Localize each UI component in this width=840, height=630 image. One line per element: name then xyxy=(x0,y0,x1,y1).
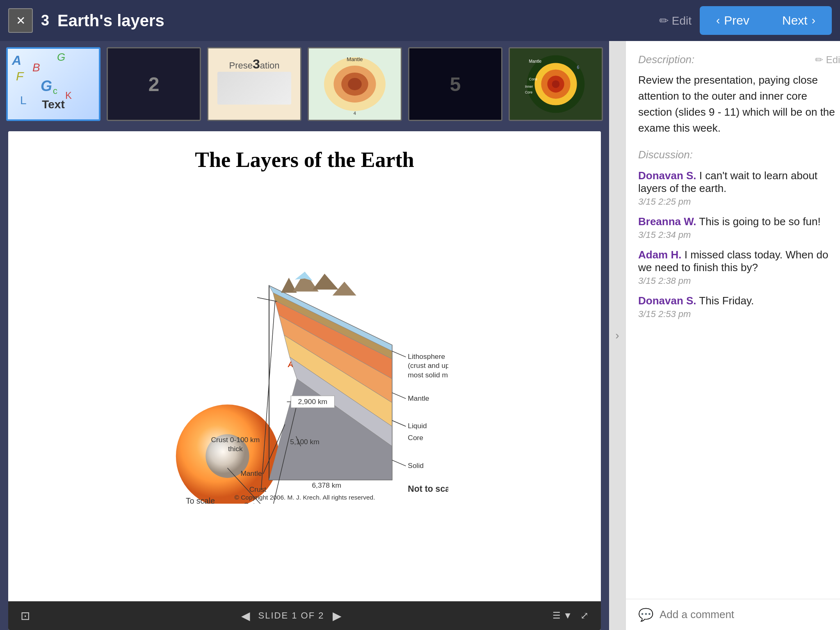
edit-button[interactable]: ✏ Edit xyxy=(659,14,692,27)
thumbnail-1[interactable]: A B G F G K L c Text xyxy=(6,47,100,121)
svg-text:Solid: Solid xyxy=(408,461,424,470)
svg-text:Mantle: Mantle xyxy=(240,469,262,477)
slide-controls-right: ☰ ▼ ⤢ xyxy=(552,610,589,621)
svg-text:Lithosphere: Lithosphere xyxy=(408,352,445,361)
thumbnail-2[interactable]: 2 xyxy=(107,47,201,121)
slide-title: The Layers of the Earth xyxy=(195,148,414,172)
svg-text:6: 6 xyxy=(577,65,580,70)
description-header: Description: ✏ Edit xyxy=(638,53,840,66)
nav-buttons: ‹ Prev Next › xyxy=(700,6,832,35)
svg-marker-23 xyxy=(313,274,338,290)
comment-4-time: 3/15 2:53 pm xyxy=(638,309,840,320)
close-button[interactable]: ✕ xyxy=(8,8,33,33)
right-panel: Description: ✏ Edit Review the presentat… xyxy=(625,41,840,630)
svg-text:4: 4 xyxy=(354,111,356,115)
comment-1-author: Donavan S. xyxy=(638,169,696,182)
left-panel: A B G F G K L c Text 2 Prese3ation xyxy=(0,41,609,630)
svg-text:thick: thick xyxy=(228,445,242,453)
svg-text:most solid mantle): most solid mantle) xyxy=(408,370,448,379)
slide-controls: ⊡ ◀ SLIDE 1 OF 2 ▶ ☰ ▼ ⤢ xyxy=(8,601,601,630)
comment-2: Breanna W. This is going to be so fun! 3… xyxy=(638,215,840,240)
svg-line-54 xyxy=(392,393,406,399)
prev-slide-btn[interactable]: ◀ xyxy=(241,609,250,623)
comment-2-text: This is going to be so fun! xyxy=(696,215,821,228)
right-panel-content: Description: ✏ Edit Review the presentat… xyxy=(626,41,840,599)
thumbnail-5[interactable]: 5 xyxy=(408,47,502,121)
comment-4-text: This Friday. xyxy=(696,294,754,307)
thumbnail-strip: A B G F G K L c Text 2 Prese3ation xyxy=(0,41,609,131)
main-content: A B G F G K L c Text 2 Prese3ation xyxy=(0,41,840,630)
discussion-section: Discussion: Donavan S. I can't wait to l… xyxy=(638,148,840,320)
description-section: Description: ✏ Edit Review the presentat… xyxy=(638,53,840,136)
earth-diagram: Asthenosphere Crust 0-100 km thick xyxy=(25,184,584,585)
svg-text:Mantle: Mantle xyxy=(347,56,363,62)
discussion-label: Discussion: xyxy=(638,148,840,161)
prev-button[interactable]: ‹ Prev xyxy=(700,6,766,35)
svg-text:© Copyright 2006.  M. J. Krech: © Copyright 2006. M. J. Krech. All right… xyxy=(234,494,375,501)
collapse-icon: › xyxy=(615,329,619,342)
slide-controls-center: ◀ SLIDE 1 OF 2 ▶ xyxy=(241,609,342,623)
comment-3: Adam H. I missed class today. When do we… xyxy=(638,249,840,286)
top-bar: ✕ 3 Earth's layers ✏ Edit ‹ Prev Next › xyxy=(0,0,840,41)
comment-4: Donavan S. This Friday. 3/15 2:53 pm xyxy=(638,294,840,320)
svg-line-34 xyxy=(257,297,277,301)
thumbnail-2-num: 2 xyxy=(148,73,160,96)
next-arrow-icon: › xyxy=(812,14,815,27)
comment-3-author: Adam H. xyxy=(638,249,681,261)
comment-4-author: Donavan S. xyxy=(638,294,696,307)
thumbnail-3[interactable]: Prese3ation xyxy=(207,47,301,121)
svg-text:(crust and upper-: (crust and upper- xyxy=(408,361,448,370)
svg-text:To scale: To scale xyxy=(186,497,215,504)
thumbnail-1-label: Text xyxy=(8,98,99,111)
thumbnail-6[interactable]: Mantle Core Inner Core 6 xyxy=(509,47,603,121)
presentation-title: Earth's layers xyxy=(57,11,651,30)
thumbnail-5-num: 5 xyxy=(450,73,461,96)
comment-2-author: Breanna W. xyxy=(638,215,696,228)
svg-text:Crust 0-100 km: Crust 0-100 km xyxy=(211,436,260,444)
svg-text:Liquid: Liquid xyxy=(408,422,427,430)
thumbnail-4[interactable]: Mantle 4 xyxy=(308,47,402,121)
svg-text:2,900 km: 2,900 km xyxy=(298,397,327,406)
comment-2-time: 3/15 2:34 pm xyxy=(638,230,840,240)
comment-input[interactable] xyxy=(660,608,840,621)
slide-content: The Layers of the Earth xyxy=(8,131,601,601)
comment-input-area: 💬 xyxy=(626,599,840,630)
comment-1: Donavan S. I can't wait to learn about l… xyxy=(638,169,840,207)
description-label: Description: xyxy=(638,53,694,66)
next-button[interactable]: Next › xyxy=(766,6,832,35)
svg-line-52 xyxy=(392,351,406,357)
view-options-btn[interactable]: ☰ ▼ xyxy=(552,610,572,621)
svg-text:Not to scale: Not to scale xyxy=(408,484,448,494)
description-edit-button[interactable]: ✏ Edit xyxy=(815,54,840,66)
prev-arrow-icon: ‹ xyxy=(716,14,720,27)
panel-collapse-button[interactable]: › xyxy=(609,41,625,630)
svg-text:Mantle: Mantle xyxy=(529,59,541,64)
svg-text:Mantle: Mantle xyxy=(408,394,429,402)
slide-viewer: The Layers of the Earth xyxy=(8,131,601,630)
svg-text:5,100 km: 5,100 km xyxy=(290,438,320,446)
svg-point-3 xyxy=(348,78,362,90)
svg-text:Outer core: Outer core xyxy=(243,501,277,503)
svg-text:Core: Core xyxy=(525,90,533,94)
comment-1-time: 3/15 2:25 pm xyxy=(638,196,840,207)
svg-text:Core: Core xyxy=(529,77,537,81)
comment-3-time: 3/15 2:38 pm xyxy=(638,276,840,286)
comment-bubble-icon: 💬 xyxy=(638,607,653,622)
svg-text:Crust: Crust xyxy=(249,485,266,493)
svg-point-10 xyxy=(552,80,560,88)
svg-text:Core: Core xyxy=(408,434,423,442)
svg-line-58 xyxy=(392,420,406,427)
description-text: Review the presentation, paying close at… xyxy=(638,72,840,136)
slide-number: 3 xyxy=(41,12,49,29)
slide-info: SLIDE 1 OF 2 xyxy=(258,610,324,621)
svg-line-59 xyxy=(392,460,406,466)
svg-text:6,378 km: 6,378 km xyxy=(312,481,341,489)
svg-text:Inner: Inner xyxy=(525,84,533,89)
powerpoint-icon: ⊡ xyxy=(21,609,30,623)
fullscreen-btn[interactable]: ⤢ xyxy=(580,610,589,621)
next-slide-btn[interactable]: ▶ xyxy=(333,609,342,623)
